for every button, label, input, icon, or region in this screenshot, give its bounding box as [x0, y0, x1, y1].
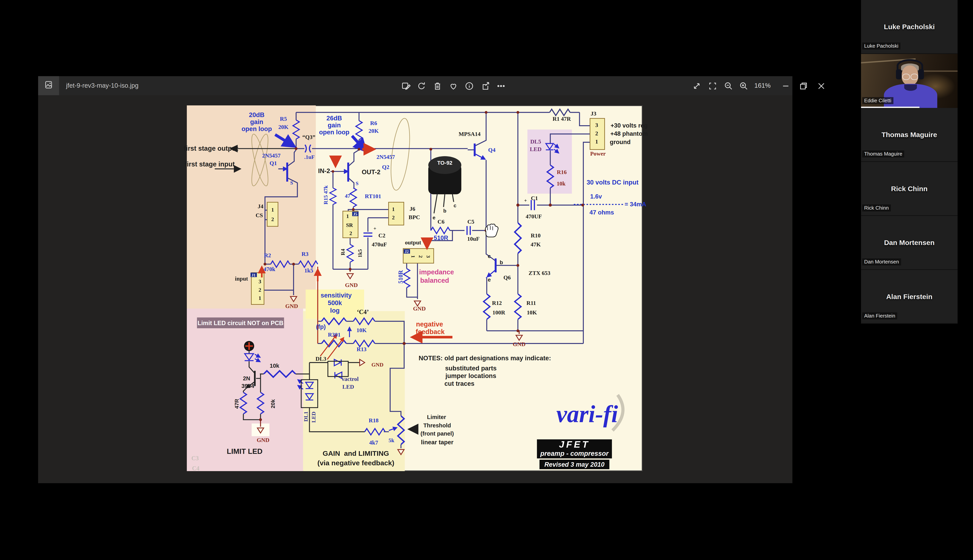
participant-label: Rick Chinn — [862, 204, 891, 212]
revision-box: Revised 3 may 2010 — [540, 460, 609, 469]
favorite-button[interactable] — [445, 78, 461, 93]
participant-tile[interactable]: Thomas Maguire Thomas Maguire — [861, 108, 958, 162]
more-button[interactable] — [493, 78, 508, 93]
participants-panel: Luke Pacholski Luke Pacholski Eddie Cile… — [861, 0, 958, 324]
participant-label: Luke Pacholski — [862, 43, 900, 50]
app-tab[interactable] — [38, 76, 59, 95]
connector-j2-box — [403, 248, 434, 263]
participant-label: Dan Mortensen — [862, 258, 901, 265]
participant-label: Thomas Maguire — [862, 150, 904, 158]
participant-name: Luke Pacholski — [861, 23, 958, 30]
share-button[interactable] — [477, 78, 492, 93]
zoom-out-button[interactable] — [721, 78, 736, 93]
zoom-in-button[interactable] — [736, 78, 751, 93]
minimize-button[interactable] — [778, 78, 793, 93]
glasses — [902, 74, 910, 80]
video-name-tag: Eddie Ciletti — [862, 97, 893, 104]
delete-button[interactable] — [430, 78, 445, 93]
headphone-band — [896, 59, 923, 73]
connector-j3-box — [590, 118, 605, 150]
gnd-patch — [252, 423, 269, 436]
close-button[interactable] — [813, 78, 829, 93]
info-button[interactable] — [461, 78, 476, 93]
gain-limiting-region — [303, 311, 405, 471]
connector-j6-box — [388, 202, 404, 225]
edit-image-button[interactable] — [398, 78, 413, 93]
titlebar: jfet-9-rev3-may-10-iso.jpg 161% — [38, 76, 792, 95]
participant-tile[interactable]: Alan Fierstein Alan Fierstein — [861, 270, 958, 324]
glasses — [911, 74, 918, 80]
window-title: jfet-9-rev3-may-10-iso.jpg — [66, 76, 139, 95]
rotate-button[interactable] — [414, 78, 429, 93]
limit-led-region — [187, 308, 303, 471]
participant-name: Dan Mortensen — [861, 239, 958, 247]
varifi-logo: vari-fi — [549, 400, 625, 432]
photo-icon — [44, 80, 53, 92]
zoom-level: 161% — [750, 76, 775, 95]
sensitivity-highlight — [306, 290, 364, 319]
participant-tile[interactable]: Rick Chinn Rick Chinn — [861, 162, 958, 216]
fit-screen-icon[interactable] — [705, 78, 720, 93]
participant-name: Rick Chinn — [861, 185, 958, 192]
participant-name: Alan Fierstein — [861, 293, 958, 300]
restore-button[interactable] — [796, 78, 811, 93]
participant-label: Alan Fierstein — [862, 312, 897, 320]
dl5-region — [527, 130, 572, 194]
connector-j1-box — [251, 272, 264, 305]
collar — [904, 84, 917, 91]
title-box-line1: JFET — [537, 440, 612, 450]
title-box-line2: preamp - compressor — [537, 450, 612, 457]
participant-name: Thomas Maguire — [861, 131, 958, 138]
participant-tile[interactable]: Dan Mortensen Dan Mortensen — [861, 216, 958, 270]
expand-icon[interactable] — [689, 78, 704, 93]
connector-j4-box — [267, 202, 278, 227]
limit-led-banner: Limit LED circuit NOT on PCB — [197, 318, 284, 328]
screen: jfet-9-rev3-may-10-iso.jpg 161% Li — [0, 0, 973, 560]
participant-tile[interactable]: Luke Pacholski Luke Pacholski — [861, 0, 958, 54]
title-box: JFET preamp - compressor — [537, 440, 612, 458]
participant-video[interactable]: Eddie Ciletti — [861, 54, 958, 108]
connector-j5-box — [343, 211, 358, 238]
